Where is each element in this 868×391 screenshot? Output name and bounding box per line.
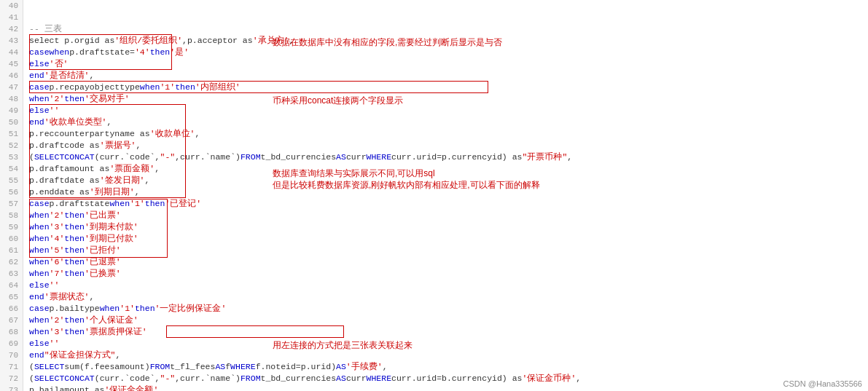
- line-number: 41: [4, 12, 18, 23]
- code-line: when '5' then '已拒付': [29, 245, 862, 256]
- line-number: 61: [4, 245, 18, 256]
- code-line: [29, 12, 862, 23]
- line-number: 70: [4, 349, 18, 361]
- line-number: 45: [4, 58, 18, 70]
- annotation-5: 用左连接的方式把是三张表关联起来: [273, 339, 413, 352]
- line-number: 40: [4, 0, 18, 12]
- annotation-4: 但是比较耗费数据库资源,刚好帆软内部有相应处理,可以看下面的解释: [273, 179, 540, 191]
- code-line: when '2' then '个人保证金': [29, 315, 862, 326]
- code-line: (SELECT sum(f.feesamount) FROM t_fl_fees…: [29, 361, 862, 373]
- line-numbers: 4041424344454647484950515253545556575859…: [0, 0, 23, 391]
- line-number: 73: [4, 384, 18, 391]
- line-number: 54: [4, 163, 18, 175]
- code-line: [29, 0, 862, 12]
- code-line: end '收款单位类型',: [29, 116, 862, 128]
- code-line: when '2' then '已出票': [29, 210, 862, 221]
- code-line: else '': [29, 338, 862, 349]
- annotation-1: 数据在数据库中没有相应的字段,需要经过判断后显示是与否: [273, 36, 502, 49]
- code-line: case p.bailtype when '1' then '一定比例保证金': [29, 303, 862, 315]
- code-area[interactable]: -- 三表 select p.orgid as '组织/委托组织' ,p.acc…: [23, 0, 868, 391]
- line-number: 51: [4, 128, 18, 140]
- line-number: 42: [4, 23, 18, 35]
- code-line: (SELECT CONCAT(curr.`code`,"-",curr.`nam…: [29, 151, 862, 163]
- code-line: p.reccounterpartyname as '收款单位',: [29, 128, 862, 140]
- editor-container: 4041424344454647484950515253545556575859…: [0, 0, 868, 391]
- code-line: -- 三表: [29, 23, 862, 35]
- line-number: 65: [4, 291, 18, 303]
- line-number: 69: [4, 338, 18, 349]
- line-number: 57: [4, 198, 18, 210]
- code-line: else '否': [29, 58, 862, 70]
- code-line: case p.recpayobjecttype when '1' then '内…: [29, 82, 862, 93]
- line-number: 43: [4, 35, 18, 47]
- code-line: p.draftamount as '票面金额',: [29, 163, 862, 175]
- line-number: 72: [4, 373, 18, 384]
- line-number: 66: [4, 303, 18, 315]
- code-line: when '2' then '交易对手': [29, 93, 862, 105]
- line-number: 67: [4, 315, 18, 326]
- line-number: 62: [4, 256, 18, 268]
- watermark: CSDN @Hana335566: [783, 379, 862, 388]
- code-line: (SELECT CONCAT(curr.`code`,"-",curr.`nam…: [29, 373, 862, 384]
- code-line: else '': [29, 280, 862, 291]
- line-number: 71: [4, 361, 18, 373]
- line-number: 68: [4, 326, 18, 338]
- line-number: 63: [4, 268, 18, 280]
- line-number: 53: [4, 151, 18, 163]
- code-line: when '3' then '到期未付款': [29, 221, 862, 233]
- code-line: when '6' then '已退票': [29, 256, 862, 268]
- code-line: when '7' then '已换票': [29, 268, 862, 280]
- annotation-3: 数据库查询结果与实际展示不同,可以用sql: [273, 167, 435, 180]
- code-line: when '4' then '到期已付款': [29, 233, 862, 245]
- code-line: p.draftcode as '票据号',: [29, 140, 862, 151]
- code-line: end '是否结清',: [29, 70, 862, 82]
- line-number: 55: [4, 175, 18, 186]
- line-number: 46: [4, 70, 18, 82]
- line-number: 52: [4, 140, 18, 151]
- line-number: 64: [4, 280, 18, 291]
- line-number: 59: [4, 221, 18, 233]
- line-number: 44: [4, 47, 18, 58]
- line-number: 58: [4, 210, 18, 221]
- line-number: 48: [4, 93, 18, 105]
- line-number: 47: [4, 82, 18, 93]
- code-line: p.bailamount as '保证金金额',: [29, 384, 862, 391]
- line-number: 50: [4, 116, 18, 128]
- code-line: end "保证金担保方式",: [29, 349, 862, 361]
- code-line: when '3' then '票据质押保证': [29, 326, 862, 338]
- code-line: case p.draftstate when '1' then '已登记': [29, 198, 862, 210]
- line-number: 49: [4, 105, 18, 116]
- code-line: end '票据状态',: [29, 291, 862, 303]
- line-number: 56: [4, 186, 18, 198]
- code-line: else '': [29, 105, 862, 116]
- line-number: 60: [4, 233, 18, 245]
- annotation-2: 币种采用concat连接两个字段显示: [273, 95, 403, 107]
